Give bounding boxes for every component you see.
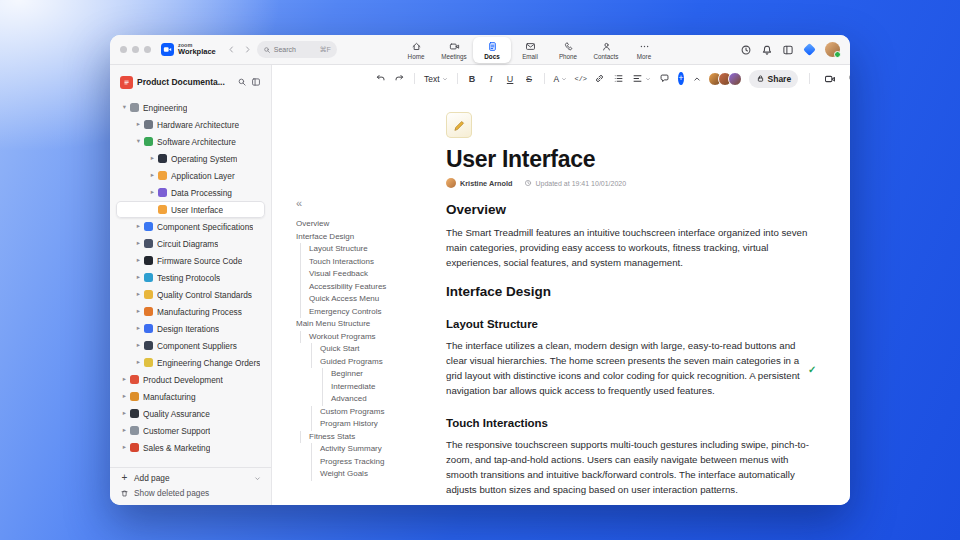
chevron-right-icon[interactable]: ▸ — [134, 308, 143, 315]
sidebar-item[interactable]: ▸Firmware Source Code — [116, 252, 265, 269]
tab-email[interactable]: Email — [511, 37, 549, 63]
sidebar-item[interactable]: ▸User Interface — [116, 201, 265, 218]
outline-item[interactable]: Overview — [296, 218, 438, 231]
link-button[interactable] — [591, 70, 608, 87]
tab-docs[interactable]: Docs — [473, 37, 511, 63]
italic-button[interactable]: I — [483, 70, 500, 87]
history-icon[interactable] — [740, 44, 752, 56]
outline-item[interactable]: Activity Summary — [311, 443, 446, 456]
bold-button[interactable]: B — [464, 70, 481, 87]
outline-item[interactable]: Progress Tracking — [311, 456, 446, 469]
sidebar-item[interactable]: ▸Quality Control Standards — [116, 286, 265, 303]
undo-button[interactable] — [372, 70, 389, 87]
sidebar-item[interactable]: ▸Component Specifications — [116, 218, 265, 235]
outline-item[interactable]: Main Menu Structure — [296, 318, 438, 331]
share-button[interactable]: Share — [749, 70, 799, 88]
chevron-down-icon[interactable] — [254, 475, 261, 482]
chevron-right-icon[interactable]: ▸ — [120, 393, 129, 400]
comment-button[interactable] — [656, 70, 673, 87]
outline-item[interactable]: Emergency Controls — [300, 306, 442, 319]
chevron-right-icon[interactable]: ▸ — [134, 121, 143, 128]
chevron-right-icon[interactable]: ▸ — [148, 189, 157, 196]
document[interactable]: User Interface Kristine Arnold Updated a… — [446, 92, 812, 505]
outline-item[interactable]: Touch Interactions — [300, 256, 442, 269]
chevron-right-icon[interactable]: ▸ — [134, 223, 143, 230]
collapse-sidebar-icon[interactable] — [251, 77, 261, 87]
outline-item[interactable]: Beginner — [322, 368, 446, 381]
chat-button[interactable] — [845, 70, 850, 87]
chevron-down-icon[interactable]: ▾ — [134, 138, 143, 145]
chevron-right-icon[interactable]: ▸ — [120, 376, 129, 383]
chevron-right-icon[interactable]: ▸ — [134, 359, 143, 366]
sidebar-item[interactable]: ▸Application Layer — [116, 167, 265, 184]
chevron-down-icon[interactable]: ▾ — [120, 104, 129, 111]
sidebar-item[interactable]: ▾Engineering — [116, 99, 265, 116]
underline-button[interactable]: U — [502, 70, 519, 87]
outline-item[interactable]: Layout Structure — [300, 243, 442, 256]
text-color-button[interactable]: A — [551, 74, 571, 84]
sidebar-item[interactable]: ▸Operating System — [116, 150, 265, 167]
chevron-right-icon[interactable]: ▸ — [134, 291, 143, 298]
side-panel-icon[interactable] — [782, 44, 794, 56]
global-search-input[interactable]: Search ⌘F — [257, 41, 337, 58]
collapse-toolbar-button[interactable] — [689, 70, 706, 87]
outline-item[interactable]: Custom Programs — [311, 406, 446, 419]
chevron-right-icon[interactable]: ▸ — [134, 342, 143, 349]
tab-phone[interactable]: Phone — [549, 37, 587, 63]
chevron-right-icon[interactable]: ▸ — [134, 274, 143, 281]
outline-item[interactable]: Weight Goals — [311, 468, 446, 481]
sidebar-search-icon[interactable] — [237, 77, 247, 87]
chevron-right-icon[interactable]: ▸ — [148, 155, 157, 162]
sidebar-item[interactable]: ▸Customer Support — [116, 422, 265, 439]
ai-companion-icon[interactable] — [803, 43, 816, 56]
sidebar-item[interactable]: ▸Testing Protocols — [116, 269, 265, 286]
collaborator-avatars[interactable] — [708, 72, 742, 86]
outline-item[interactable]: Program History — [311, 418, 446, 431]
chevron-right-icon[interactable]: ▸ — [120, 410, 129, 417]
tab-contacts[interactable]: Contacts — [587, 37, 625, 63]
outline-item[interactable]: Visual Feedback — [300, 268, 442, 281]
outline-item[interactable]: Fitness Stats — [300, 431, 442, 444]
outline-item[interactable]: Advanced — [322, 393, 446, 406]
sidebar-item[interactable]: ▾Software Architecture — [116, 133, 265, 150]
insert-plus-button[interactable]: + — [678, 72, 683, 85]
sidebar-item[interactable]: ▸Sales & Marketing — [116, 439, 265, 456]
back-icon[interactable] — [227, 45, 236, 54]
sidebar-item[interactable]: ▸Design Iterations — [116, 320, 265, 337]
chevron-right-icon[interactable]: ▸ — [120, 427, 129, 434]
video-button[interactable] — [821, 70, 838, 87]
show-deleted-pages-button[interactable]: Show deleted pages — [120, 488, 261, 498]
add-page-button[interactable]: + Add page — [120, 473, 261, 483]
chevron-right-icon[interactable]: ▸ — [120, 444, 129, 451]
sidebar-item[interactable]: ▸Manufacturing Process — [116, 303, 265, 320]
minimize-window-button[interactable] — [132, 46, 139, 53]
code-button[interactable]: </> — [572, 70, 589, 87]
chevron-right-icon[interactable]: ▸ — [134, 240, 143, 247]
tab-more[interactable]: More — [625, 37, 663, 63]
tab-meetings[interactable]: Meetings — [435, 37, 473, 63]
outline-item[interactable]: Accessibility Features — [300, 281, 442, 294]
close-window-button[interactable] — [120, 46, 127, 53]
sidebar-item[interactable]: ▸Data Processing — [116, 184, 265, 201]
bulleted-list-button[interactable] — [610, 70, 627, 87]
outline-item[interactable]: Intermediate — [322, 381, 446, 394]
outline-item[interactable]: Guided Programs — [311, 356, 446, 369]
sidebar-item[interactable]: ▸Circuit Diagrams — [116, 235, 265, 252]
chevron-right-icon[interactable]: ▸ — [134, 325, 143, 332]
chevron-right-icon[interactable]: ▸ — [134, 257, 143, 264]
notifications-bell-icon[interactable] — [761, 44, 773, 56]
sidebar-item[interactable]: ▸Engineering Change Orders — [116, 354, 265, 371]
tab-home[interactable]: Home — [397, 37, 435, 63]
sidebar-item[interactable]: ▸Hardware Architecture — [116, 116, 265, 133]
outline-item[interactable]: Quick Start — [311, 343, 446, 356]
outline-item[interactable]: Workout Programs — [300, 331, 442, 344]
text-style-dropdown[interactable]: Text — [421, 74, 451, 84]
collapse-outline-icon[interactable]: « — [296, 198, 446, 212]
redo-button[interactable] — [391, 70, 408, 87]
strikethrough-button[interactable]: S — [521, 70, 538, 87]
collaborator-avatar[interactable] — [728, 72, 742, 86]
sidebar-item[interactable]: ▸Manufacturing — [116, 388, 265, 405]
forward-icon[interactable] — [243, 45, 252, 54]
outline-item[interactable]: Interface Design — [296, 231, 438, 244]
chevron-right-icon[interactable]: ▸ — [148, 172, 157, 179]
